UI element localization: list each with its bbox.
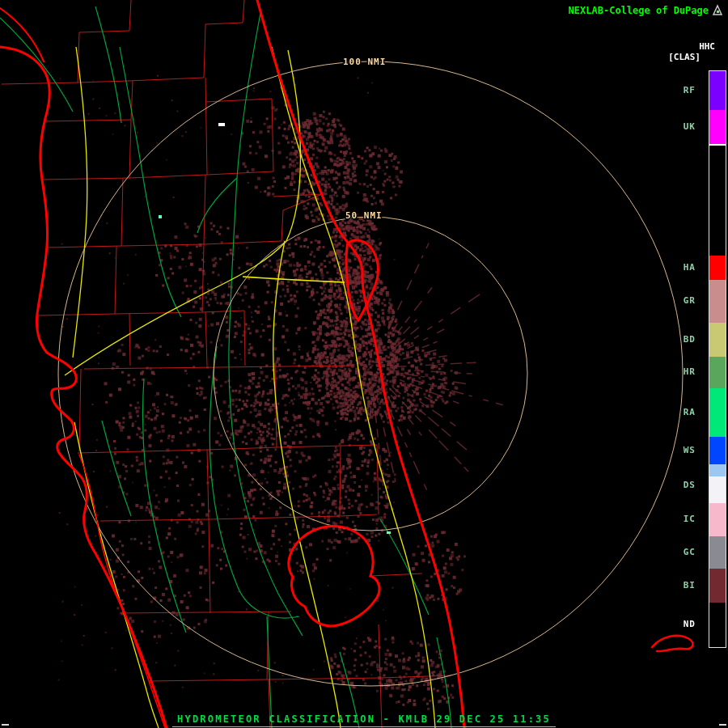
lake-okeechobee (289, 526, 379, 625)
atlantic-coast (257, 0, 464, 728)
legend-label-ds: DS (684, 480, 696, 490)
legend-label-gc: GC (684, 547, 696, 557)
white-speck (218, 123, 225, 126)
map-specks (159, 123, 391, 534)
legend-label-ic: IC (684, 514, 696, 524)
color-scale-bar (709, 70, 726, 648)
colorbar-gap (709, 146, 726, 256)
legend-label-uk: UK (684, 121, 696, 132)
product-code-label: HHC (699, 41, 715, 52)
attribution-text: NEXLAB-College of DuPage (569, 5, 709, 16)
legend-label-bi: BI (684, 580, 696, 590)
highways (65, 47, 435, 728)
florida-map: 50 NMI 100 NMI (0, 0, 728, 728)
legend-label-gr: GR (684, 295, 696, 306)
bottom-left-tick (2, 724, 9, 726)
coastline (0, 0, 692, 728)
river-squiggle-se (652, 636, 692, 651)
range-ring-label-50: 50 NMI (345, 210, 383, 221)
green-speck-1 (159, 215, 162, 218)
legend-label-hr: HR (684, 366, 696, 377)
legend-label-rf: RF (684, 85, 696, 95)
colorbar-seg-gr (709, 280, 726, 323)
colorbar-seg-ha (709, 256, 726, 280)
legend-label-nd: ND (684, 619, 696, 629)
county-boundaries (2, 0, 451, 728)
colorbar-seg-nd (709, 603, 726, 647)
colorbar-seg-uk (709, 110, 726, 144)
green-speck-2 (387, 531, 391, 534)
range-rings (58, 61, 683, 686)
product-title: HYDROMETEOR CLASSIFICATION - KMLB 29 DEC… (172, 713, 556, 727)
colorbar-seg-ra (709, 388, 726, 437)
legend-label-bd: BD (684, 334, 696, 345)
range-ring-100nmi (58, 61, 683, 686)
colorbar-seg-hr (709, 357, 726, 388)
gulf-coast (0, 47, 167, 728)
product-title-bar: HYDROMETEOR CLASSIFICATION - KMLB 29 DEC… (0, 710, 728, 727)
colorbar-seg-bi (709, 569, 726, 603)
colorbar-seg-bd (709, 323, 726, 357)
product-class-label: [CLAS] (668, 52, 700, 62)
colorbar-seg-ws (709, 437, 726, 464)
nexlab-logo-icon (712, 4, 724, 16)
range-ring-label-100: 100 NMI (343, 57, 386, 67)
bottom-right-tick (719, 724, 726, 726)
radar-display: 50 NMI 100 NMI NEXLAB-College of DuPage … (0, 0, 728, 728)
range-ring-labels: 50 NMI 100 NMI (343, 57, 386, 221)
colorbar-seg-ic (709, 503, 726, 536)
colorbar-seg-ds-light (709, 464, 726, 476)
colorbar-seg-rf (709, 71, 726, 110)
range-ring-50nmi (214, 217, 527, 531)
legend-label-ws: WS (684, 445, 696, 455)
colorbar-seg-gc (709, 536, 726, 569)
legend-label-ra: RA (684, 407, 696, 417)
nw-coast-segment (0, 8, 44, 61)
colorbar-seg-ds (709, 476, 726, 503)
legend-label-ha: HA (684, 262, 696, 273)
